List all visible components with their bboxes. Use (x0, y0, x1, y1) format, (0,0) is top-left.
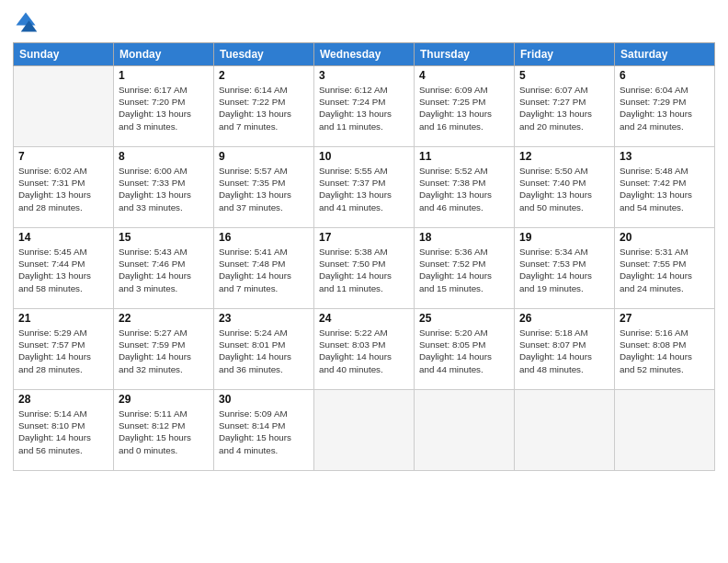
cell-week3-day6: 20Sunrise: 5:31 AM Sunset: 7:55 PM Dayli… (615, 228, 715, 309)
day-number: 14 (18, 231, 108, 244)
cell-week4-day0: 21Sunrise: 5:29 AM Sunset: 7:57 PM Dayli… (14, 309, 114, 390)
day-info: Sunrise: 6:02 AM Sunset: 7:31 PM Dayligh… (18, 165, 108, 213)
day-number: 19 (519, 231, 609, 244)
cell-week2-day4: 11Sunrise: 5:52 AM Sunset: 7:38 PM Dayli… (415, 147, 515, 228)
day-info: Sunrise: 6:12 AM Sunset: 7:24 PM Dayligh… (319, 84, 409, 132)
cell-week3-day4: 18Sunrise: 5:36 AM Sunset: 7:52 PM Dayli… (415, 228, 515, 309)
day-number: 25 (419, 312, 509, 325)
day-number: 5 (519, 69, 609, 82)
col-header-wednesday: Wednesday (314, 43, 415, 66)
svg-marker-0 (17, 13, 36, 26)
day-number: 15 (119, 231, 209, 244)
cell-week2-day3: 10Sunrise: 5:55 AM Sunset: 7:37 PM Dayli… (314, 147, 415, 228)
col-header-monday: Monday (114, 43, 214, 66)
cell-week1-day5: 5Sunrise: 6:07 AM Sunset: 7:27 PM Daylig… (515, 66, 615, 147)
day-info: Sunrise: 6:07 AM Sunset: 7:27 PM Dayligh… (519, 84, 609, 132)
day-number: 17 (319, 231, 409, 244)
day-number: 12 (519, 150, 609, 163)
day-number: 24 (319, 312, 409, 325)
cell-week5-day0: 28Sunrise: 5:14 AM Sunset: 8:10 PM Dayli… (14, 390, 114, 471)
cell-week2-day2: 9Sunrise: 5:57 AM Sunset: 7:35 PM Daylig… (214, 147, 314, 228)
day-number: 28 (18, 393, 108, 406)
day-info: Sunrise: 5:36 AM Sunset: 7:52 PM Dayligh… (419, 246, 509, 294)
day-number: 1 (119, 69, 209, 82)
day-info: Sunrise: 6:00 AM Sunset: 7:33 PM Dayligh… (119, 165, 209, 213)
day-info: Sunrise: 5:11 AM Sunset: 8:12 PM Dayligh… (119, 408, 209, 456)
cell-week1-day4: 4Sunrise: 6:09 AM Sunset: 7:25 PM Daylig… (415, 66, 515, 147)
cell-week1-day0 (14, 66, 114, 147)
cell-week5-day3 (314, 390, 415, 471)
col-header-friday: Friday (515, 43, 615, 66)
day-info: Sunrise: 5:20 AM Sunset: 8:05 PM Dayligh… (419, 327, 509, 375)
day-number: 6 (620, 69, 710, 82)
day-info: Sunrise: 5:22 AM Sunset: 8:03 PM Dayligh… (319, 327, 409, 375)
calendar: SundayMondayTuesdayWednesdayThursdayFrid… (13, 42, 715, 471)
day-number: 29 (119, 393, 209, 406)
day-number: 4 (419, 69, 509, 82)
day-info: Sunrise: 5:43 AM Sunset: 7:46 PM Dayligh… (119, 246, 209, 294)
day-number: 3 (319, 69, 409, 82)
col-header-saturday: Saturday (615, 43, 715, 66)
week-row-1: 1Sunrise: 6:17 AM Sunset: 7:20 PM Daylig… (14, 66, 715, 147)
cell-week1-day2: 2Sunrise: 6:14 AM Sunset: 7:22 PM Daylig… (214, 66, 314, 147)
day-info: Sunrise: 5:09 AM Sunset: 8:14 PM Dayligh… (219, 408, 309, 456)
day-info: Sunrise: 5:34 AM Sunset: 7:53 PM Dayligh… (519, 246, 609, 294)
cell-week1-day1: 1Sunrise: 6:17 AM Sunset: 7:20 PM Daylig… (114, 66, 214, 147)
cell-week2-day1: 8Sunrise: 6:00 AM Sunset: 7:33 PM Daylig… (114, 147, 214, 228)
cell-week4-day6: 27Sunrise: 5:16 AM Sunset: 8:08 PM Dayli… (615, 309, 715, 390)
cell-week3-day0: 14Sunrise: 5:45 AM Sunset: 7:44 PM Dayli… (14, 228, 114, 309)
day-number: 21 (18, 312, 108, 325)
logo-icon (13, 9, 39, 35)
week-row-5: 28Sunrise: 5:14 AM Sunset: 8:10 PM Dayli… (14, 390, 715, 471)
day-number: 8 (119, 150, 209, 163)
cell-week4-day1: 22Sunrise: 5:27 AM Sunset: 7:59 PM Dayli… (114, 309, 214, 390)
day-number: 18 (419, 231, 509, 244)
day-number: 10 (319, 150, 409, 163)
day-number: 20 (620, 231, 710, 244)
day-number: 22 (119, 312, 209, 325)
week-row-4: 21Sunrise: 5:29 AM Sunset: 7:57 PM Dayli… (14, 309, 715, 390)
day-info: Sunrise: 5:14 AM Sunset: 8:10 PM Dayligh… (18, 408, 108, 456)
cell-week5-day2: 30Sunrise: 5:09 AM Sunset: 8:14 PM Dayli… (214, 390, 314, 471)
cell-week4-day2: 23Sunrise: 5:24 AM Sunset: 8:01 PM Dayli… (214, 309, 314, 390)
day-number: 27 (620, 312, 710, 325)
cell-week3-day1: 15Sunrise: 5:43 AM Sunset: 7:46 PM Dayli… (114, 228, 214, 309)
day-info: Sunrise: 5:29 AM Sunset: 7:57 PM Dayligh… (18, 327, 108, 375)
day-number: 9 (219, 150, 309, 163)
day-info: Sunrise: 5:41 AM Sunset: 7:48 PM Dayligh… (219, 246, 309, 294)
cell-week4-day5: 26Sunrise: 5:18 AM Sunset: 8:07 PM Dayli… (515, 309, 615, 390)
day-info: Sunrise: 5:55 AM Sunset: 7:37 PM Dayligh… (319, 165, 409, 213)
cell-week3-day3: 17Sunrise: 5:38 AM Sunset: 7:50 PM Dayli… (314, 228, 415, 309)
header (13, 9, 715, 35)
cell-week5-day6 (615, 390, 715, 471)
page: SundayMondayTuesdayWednesdayThursdayFrid… (0, 0, 728, 563)
day-number: 23 (219, 312, 309, 325)
day-number: 2 (219, 69, 309, 82)
day-number: 16 (219, 231, 309, 244)
cell-week5-day5 (515, 390, 615, 471)
col-header-tuesday: Tuesday (214, 43, 314, 66)
day-info: Sunrise: 5:38 AM Sunset: 7:50 PM Dayligh… (319, 246, 409, 294)
day-info: Sunrise: 5:27 AM Sunset: 7:59 PM Dayligh… (119, 327, 209, 375)
day-info: Sunrise: 5:31 AM Sunset: 7:55 PM Dayligh… (620, 246, 710, 294)
cell-week4-day3: 24Sunrise: 5:22 AM Sunset: 8:03 PM Dayli… (314, 309, 415, 390)
cell-week2-day5: 12Sunrise: 5:50 AM Sunset: 7:40 PM Dayli… (515, 147, 615, 228)
day-number: 30 (219, 393, 309, 406)
cell-week2-day6: 13Sunrise: 5:48 AM Sunset: 7:42 PM Dayli… (615, 147, 715, 228)
day-info: Sunrise: 5:16 AM Sunset: 8:08 PM Dayligh… (620, 327, 710, 375)
day-number: 11 (419, 150, 509, 163)
day-info: Sunrise: 5:45 AM Sunset: 7:44 PM Dayligh… (18, 246, 108, 294)
cell-week3-day2: 16Sunrise: 5:41 AM Sunset: 7:48 PM Dayli… (214, 228, 314, 309)
day-info: Sunrise: 5:48 AM Sunset: 7:42 PM Dayligh… (620, 165, 710, 213)
day-number: 26 (519, 312, 609, 325)
day-info: Sunrise: 5:24 AM Sunset: 8:01 PM Dayligh… (219, 327, 309, 375)
col-header-sunday: Sunday (14, 43, 114, 66)
day-info: Sunrise: 6:17 AM Sunset: 7:20 PM Dayligh… (119, 84, 209, 132)
week-row-2: 7Sunrise: 6:02 AM Sunset: 7:31 PM Daylig… (14, 147, 715, 228)
day-info: Sunrise: 5:18 AM Sunset: 8:07 PM Dayligh… (519, 327, 609, 375)
day-info: Sunrise: 5:50 AM Sunset: 7:40 PM Dayligh… (519, 165, 609, 213)
day-number: 13 (620, 150, 710, 163)
week-row-3: 14Sunrise: 5:45 AM Sunset: 7:44 PM Dayli… (14, 228, 715, 309)
day-info: Sunrise: 6:09 AM Sunset: 7:25 PM Dayligh… (419, 84, 509, 132)
cell-week1-day3: 3Sunrise: 6:12 AM Sunset: 7:24 PM Daylig… (314, 66, 415, 147)
